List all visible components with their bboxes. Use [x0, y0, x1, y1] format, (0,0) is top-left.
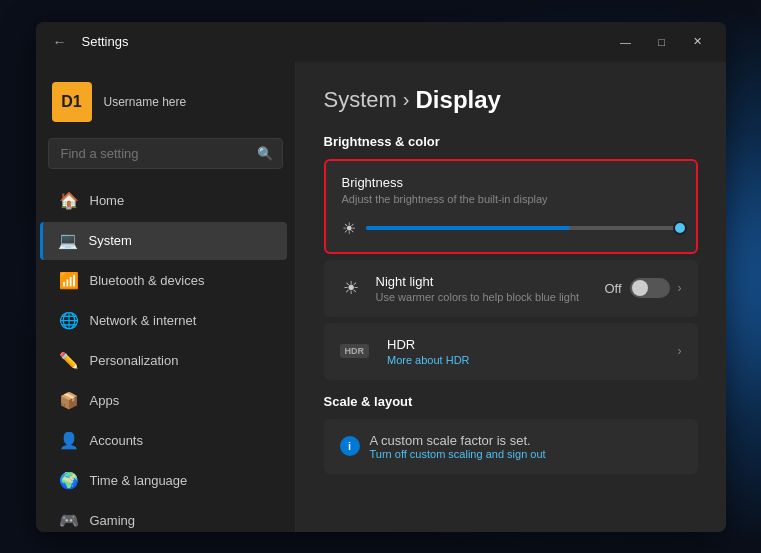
nav-label-time: Time & language	[90, 473, 188, 488]
apps-icon: 📦	[60, 392, 78, 410]
title-bar: ← Settings — □ ✕	[36, 22, 726, 62]
nav-label-gaming: Gaming	[90, 513, 136, 528]
nav-label-network: Network & internet	[90, 313, 197, 328]
breadcrumb-parent: System	[324, 87, 397, 113]
sidebar-item-bluetooth[interactable]: 📶 Bluetooth & devices	[44, 262, 287, 300]
slider-thumb	[673, 221, 687, 235]
gaming-icon: 🎮	[60, 512, 78, 530]
breadcrumb-current: Display	[416, 86, 501, 114]
info-icon: i	[340, 436, 360, 456]
brightness-slider-row: ☀	[342, 219, 680, 238]
personalization-icon: ✏️	[60, 352, 78, 370]
username: Username here	[104, 95, 187, 109]
title-bar-left: ← Settings	[48, 30, 129, 54]
window-title: Settings	[82, 34, 129, 49]
night-light-subtitle: Use warmer colors to help block blue lig…	[376, 291, 591, 303]
section-title-brightness: Brightness & color	[324, 134, 698, 149]
night-light-chevron: ›	[678, 281, 682, 295]
night-light-row[interactable]: ☀ Night light Use warmer colors to help …	[324, 260, 698, 317]
sidebar-item-apps[interactable]: 📦 Apps	[44, 382, 287, 420]
sidebar-item-home[interactable]: 🏠 Home	[44, 182, 287, 220]
nav-label-home: Home	[90, 193, 125, 208]
sidebar-item-network[interactable]: 🌐 Network & internet	[44, 302, 287, 340]
search-icon: 🔍	[257, 146, 273, 161]
sidebar: D1 Username here 🔍 🏠 Home 💻 System 📶 Blu…	[36, 62, 296, 532]
sidebar-item-system[interactable]: 💻 System	[40, 222, 287, 260]
search-input[interactable]	[48, 138, 283, 169]
sidebar-item-personalization[interactable]: ✏️ Personalization	[44, 342, 287, 380]
night-light-text: Night light Use warmer colors to help bl…	[376, 274, 591, 303]
night-light-action: Off ›	[604, 278, 681, 298]
brightness-subtitle: Adjust the brightness of the built-in di…	[342, 193, 680, 205]
system-icon: 💻	[59, 232, 77, 250]
main-content: System › Display Brightness & color Brig…	[296, 62, 726, 532]
hdr-link[interactable]: More about HDR	[387, 354, 664, 366]
sidebar-item-accounts[interactable]: 👤 Accounts	[44, 422, 287, 460]
scale-card: i A custom scale factor is set. Turn off…	[324, 419, 698, 474]
network-icon: 🌐	[60, 312, 78, 330]
nav-label-bluetooth: Bluetooth & devices	[90, 273, 205, 288]
nav-label-system: System	[89, 233, 132, 248]
search-box: 🔍	[48, 138, 283, 169]
slider-fill	[366, 226, 570, 230]
nav-label-accounts: Accounts	[90, 433, 143, 448]
hdr-card: HDR HDR More about HDR ›	[324, 323, 698, 380]
user-profile: D1 Username here	[36, 74, 295, 138]
back-button[interactable]: ←	[48, 30, 72, 54]
home-icon: 🏠	[60, 192, 78, 210]
section-title-scale: Scale & layout	[324, 394, 698, 409]
bluetooth-icon: 📶	[60, 272, 78, 290]
window-controls: — □ ✕	[610, 30, 714, 54]
breadcrumb-separator: ›	[403, 88, 410, 111]
window-content: D1 Username here 🔍 🏠 Home 💻 System 📶 Blu…	[36, 62, 726, 532]
nav-label-personalization: Personalization	[90, 353, 179, 368]
night-light-toggle[interactable]	[630, 278, 670, 298]
night-light-icon: ☀	[340, 277, 362, 299]
scale-text: A custom scale factor is set.	[370, 433, 546, 448]
settings-window: ← Settings — □ ✕ D1 Username here 🔍 🏠 Ho…	[36, 22, 726, 532]
scale-text-block: A custom scale factor is set. Turn off c…	[370, 433, 546, 460]
avatar: D1	[52, 82, 92, 122]
brightness-icon: ☀	[342, 219, 356, 238]
hdr-chevron: ›	[678, 344, 682, 358]
hdr-title: HDR	[387, 337, 664, 352]
night-light-title: Night light	[376, 274, 591, 289]
sidebar-item-gaming[interactable]: 🎮 Gaming	[44, 502, 287, 532]
minimize-button[interactable]: —	[610, 30, 642, 54]
breadcrumb: System › Display	[324, 86, 698, 114]
maximize-button[interactable]: □	[646, 30, 678, 54]
toggle-off-label: Off	[604, 281, 621, 296]
accounts-icon: 👤	[60, 432, 78, 450]
brightness-slider[interactable]	[366, 226, 680, 230]
turn-off-link[interactable]: Turn off custom scaling and sign out	[370, 448, 546, 460]
nav-label-apps: Apps	[90, 393, 120, 408]
hdr-row[interactable]: HDR HDR More about HDR ›	[324, 323, 698, 380]
close-button[interactable]: ✕	[682, 30, 714, 54]
night-light-card: ☀ Night light Use warmer colors to help …	[324, 260, 698, 317]
hdr-text: HDR More about HDR	[387, 337, 664, 366]
scale-info-row: i A custom scale factor is set. Turn off…	[324, 419, 698, 474]
time-icon: 🌍	[60, 472, 78, 490]
brightness-title: Brightness	[342, 175, 680, 190]
hdr-badge: HDR	[340, 344, 370, 358]
brightness-card[interactable]: Brightness Adjust the brightness of the …	[324, 159, 698, 254]
sidebar-item-time[interactable]: 🌍 Time & language	[44, 462, 287, 500]
